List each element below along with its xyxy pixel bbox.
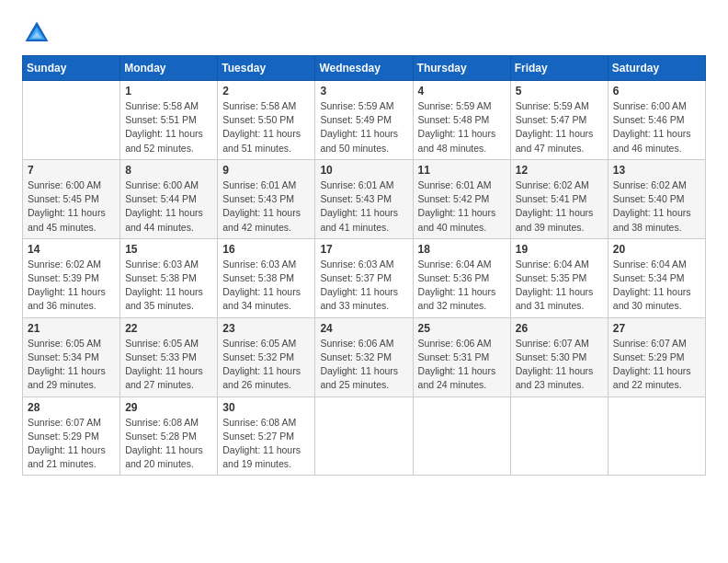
- weekday-header-tuesday: Tuesday: [218, 56, 315, 81]
- day-number: 1: [125, 85, 212, 98]
- weekday-header-friday: Friday: [510, 56, 608, 81]
- calendar-cell: 28Sunrise: 6:07 AMSunset: 5:29 PMDayligh…: [23, 396, 120, 476]
- day-info: Sunrise: 6:03 AMSunset: 5:38 PMDaylight:…: [222, 258, 310, 314]
- calendar-cell: 13Sunrise: 6:02 AMSunset: 5:40 PMDayligh…: [608, 159, 705, 238]
- calendar-header: SundayMondayTuesdayWednesdayThursdayFrid…: [23, 56, 706, 81]
- day-info: Sunrise: 6:04 AMSunset: 5:35 PMDaylight:…: [516, 258, 603, 314]
- header: [22, 18, 706, 48]
- day-info: Sunrise: 6:05 AMSunset: 5:33 PMDaylight:…: [125, 337, 212, 393]
- calendar-cell: 30Sunrise: 6:08 AMSunset: 5:27 PMDayligh…: [218, 396, 315, 476]
- day-info: Sunrise: 6:03 AMSunset: 5:37 PMDaylight:…: [320, 258, 407, 314]
- calendar-week-2: 7Sunrise: 6:00 AMSunset: 5:45 PMDaylight…: [23, 159, 706, 238]
- day-info: Sunrise: 6:07 AMSunset: 5:30 PMDaylight:…: [516, 337, 603, 393]
- calendar-cell: 16Sunrise: 6:03 AMSunset: 5:38 PMDayligh…: [218, 238, 315, 317]
- calendar-table: SundayMondayTuesdayWednesdayThursdayFrid…: [22, 55, 706, 476]
- day-number: 4: [418, 85, 506, 98]
- calendar-cell: 23Sunrise: 6:05 AMSunset: 5:32 PMDayligh…: [218, 317, 315, 396]
- day-number: 3: [320, 85, 407, 98]
- calendar-cell: 17Sunrise: 6:03 AMSunset: 5:37 PMDayligh…: [315, 238, 413, 317]
- day-info: Sunrise: 5:59 AMSunset: 5:47 PMDaylight:…: [516, 99, 603, 155]
- day-number: 13: [613, 164, 700, 177]
- calendar-cell: [23, 81, 120, 160]
- calendar-cell: 7Sunrise: 6:00 AMSunset: 5:45 PMDaylight…: [23, 159, 120, 238]
- day-info: Sunrise: 6:07 AMSunset: 5:29 PMDaylight:…: [28, 416, 115, 472]
- day-number: 25: [418, 322, 506, 335]
- calendar-cell: 9Sunrise: 6:01 AMSunset: 5:43 PMDaylight…: [218, 159, 315, 238]
- calendar-cell: [413, 396, 510, 476]
- day-number: 9: [222, 164, 310, 177]
- calendar-cell: [315, 396, 413, 476]
- calendar-cell: 27Sunrise: 6:07 AMSunset: 5:29 PMDayligh…: [608, 317, 705, 396]
- day-info: Sunrise: 5:58 AMSunset: 5:50 PMDaylight:…: [222, 99, 310, 155]
- day-info: Sunrise: 6:08 AMSunset: 5:28 PMDaylight:…: [125, 416, 212, 472]
- calendar-cell: 18Sunrise: 6:04 AMSunset: 5:36 PMDayligh…: [413, 238, 510, 317]
- day-number: 20: [613, 243, 700, 256]
- day-number: 15: [125, 243, 212, 256]
- calendar-body: 1Sunrise: 5:58 AMSunset: 5:51 PMDaylight…: [23, 81, 706, 476]
- day-info: Sunrise: 6:00 AMSunset: 5:44 PMDaylight:…: [125, 178, 212, 235]
- day-number: 30: [222, 401, 310, 414]
- calendar-cell: 6Sunrise: 6:00 AMSunset: 5:46 PMDaylight…: [608, 81, 705, 160]
- day-info: Sunrise: 5:59 AMSunset: 5:48 PMDaylight:…: [418, 99, 506, 155]
- day-number: 11: [418, 164, 506, 177]
- day-number: 17: [320, 243, 407, 256]
- day-number: 2: [222, 85, 310, 98]
- day-number: 29: [125, 401, 212, 414]
- logo-icon: [22, 18, 51, 48]
- logo: [22, 18, 55, 48]
- day-info: Sunrise: 6:02 AMSunset: 5:40 PMDaylight:…: [613, 178, 700, 235]
- weekday-header-wednesday: Wednesday: [315, 56, 413, 81]
- day-info: Sunrise: 6:00 AMSunset: 5:45 PMDaylight:…: [28, 178, 115, 235]
- day-info: Sunrise: 6:00 AMSunset: 5:46 PMDaylight:…: [613, 99, 700, 155]
- day-number: 21: [28, 322, 115, 335]
- calendar-cell: 24Sunrise: 6:06 AMSunset: 5:32 PMDayligh…: [315, 317, 413, 396]
- calendar-cell: 10Sunrise: 6:01 AMSunset: 5:43 PMDayligh…: [315, 159, 413, 238]
- calendar-week-1: 1Sunrise: 5:58 AMSunset: 5:51 PMDaylight…: [23, 81, 706, 160]
- calendar-cell: 21Sunrise: 6:05 AMSunset: 5:34 PMDayligh…: [23, 317, 120, 396]
- day-number: 19: [516, 243, 603, 256]
- calendar-week-3: 14Sunrise: 6:02 AMSunset: 5:39 PMDayligh…: [23, 238, 706, 317]
- day-info: Sunrise: 6:07 AMSunset: 5:29 PMDaylight:…: [613, 337, 700, 393]
- calendar-cell: [608, 396, 705, 476]
- day-number: 7: [28, 164, 115, 177]
- calendar-week-4: 21Sunrise: 6:05 AMSunset: 5:34 PMDayligh…: [23, 317, 706, 396]
- day-number: 14: [28, 243, 115, 256]
- day-info: Sunrise: 6:05 AMSunset: 5:34 PMDaylight:…: [28, 337, 115, 393]
- day-info: Sunrise: 5:59 AMSunset: 5:49 PMDaylight:…: [320, 99, 407, 155]
- calendar-cell: 29Sunrise: 6:08 AMSunset: 5:28 PMDayligh…: [120, 396, 218, 476]
- day-info: Sunrise: 6:08 AMSunset: 5:27 PMDaylight:…: [222, 416, 310, 472]
- day-info: Sunrise: 6:01 AMSunset: 5:42 PMDaylight:…: [418, 178, 506, 235]
- day-info: Sunrise: 6:04 AMSunset: 5:34 PMDaylight:…: [613, 258, 700, 314]
- day-number: 22: [125, 322, 212, 335]
- day-number: 8: [125, 164, 212, 177]
- weekday-header-saturday: Saturday: [608, 56, 705, 81]
- day-info: Sunrise: 6:02 AMSunset: 5:41 PMDaylight:…: [516, 178, 603, 235]
- day-info: Sunrise: 6:01 AMSunset: 5:43 PMDaylight:…: [222, 178, 310, 235]
- calendar-cell: 12Sunrise: 6:02 AMSunset: 5:41 PMDayligh…: [510, 159, 608, 238]
- day-number: 27: [613, 322, 700, 335]
- day-number: 24: [320, 322, 407, 335]
- calendar-cell: 5Sunrise: 5:59 AMSunset: 5:47 PMDaylight…: [510, 81, 608, 160]
- header-row: SundayMondayTuesdayWednesdayThursdayFrid…: [23, 56, 706, 81]
- day-info: Sunrise: 6:05 AMSunset: 5:32 PMDaylight:…: [222, 337, 310, 393]
- calendar-cell: 1Sunrise: 5:58 AMSunset: 5:51 PMDaylight…: [120, 81, 218, 160]
- calendar-cell: [510, 396, 608, 476]
- day-info: Sunrise: 6:02 AMSunset: 5:39 PMDaylight:…: [28, 258, 115, 314]
- calendar-cell: 19Sunrise: 6:04 AMSunset: 5:35 PMDayligh…: [510, 238, 608, 317]
- calendar-cell: 14Sunrise: 6:02 AMSunset: 5:39 PMDayligh…: [23, 238, 120, 317]
- day-number: 18: [418, 243, 506, 256]
- calendar-cell: 15Sunrise: 6:03 AMSunset: 5:38 PMDayligh…: [120, 238, 218, 317]
- calendar-cell: 25Sunrise: 6:06 AMSunset: 5:31 PMDayligh…: [413, 317, 510, 396]
- weekday-header-sunday: Sunday: [23, 56, 120, 81]
- calendar-cell: 26Sunrise: 6:07 AMSunset: 5:30 PMDayligh…: [510, 317, 608, 396]
- calendar-week-5: 28Sunrise: 6:07 AMSunset: 5:29 PMDayligh…: [23, 396, 706, 476]
- weekday-header-thursday: Thursday: [413, 56, 510, 81]
- day-number: 5: [516, 85, 603, 98]
- calendar-cell: 8Sunrise: 6:00 AMSunset: 5:44 PMDaylight…: [120, 159, 218, 238]
- day-info: Sunrise: 6:01 AMSunset: 5:43 PMDaylight:…: [320, 178, 407, 235]
- calendar-cell: 4Sunrise: 5:59 AMSunset: 5:48 PMDaylight…: [413, 81, 510, 160]
- day-number: 10: [320, 164, 407, 177]
- weekday-header-monday: Monday: [120, 56, 218, 81]
- day-number: 23: [222, 322, 310, 335]
- day-info: Sunrise: 5:58 AMSunset: 5:51 PMDaylight:…: [125, 99, 212, 155]
